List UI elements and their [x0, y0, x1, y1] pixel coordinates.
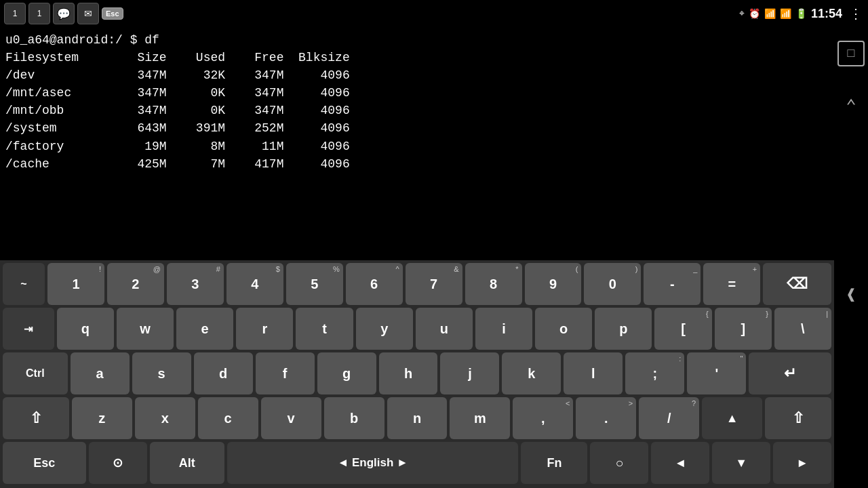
key-8[interactable]: *8	[465, 263, 522, 305]
key-u[interactable]: u	[416, 308, 473, 350]
key-b[interactable]: b	[324, 397, 384, 439]
key-h[interactable]: h	[379, 352, 438, 394]
key-k[interactable]: k	[502, 352, 561, 394]
key-0[interactable]: )0	[584, 263, 641, 305]
down-nav-btn[interactable]: ❰	[837, 282, 865, 308]
key-fn[interactable]: Fn	[521, 442, 587, 484]
terminal-output[interactable]: u0_a64@android:/ $ df Filesystem Size Us…	[0, 27, 834, 200]
key-5[interactable]: %5	[286, 263, 343, 305]
key-t[interactable]: t	[296, 308, 353, 350]
term-line-3: /mnt/asec 347M 0K 347M 4096	[5, 84, 829, 102]
key-alt[interactable]: Alt	[150, 442, 224, 484]
key-a[interactable]: a	[71, 352, 130, 394]
keyboard[interactable]: ~ !1 @2 #3 $4 %5 ^6 &7 *8 (9 )0 _- += ⌫ …	[0, 260, 834, 488]
term-line-4: /mnt/obb 347M 0K 347M 4096	[5, 102, 829, 119]
key-backslash[interactable]: |\	[774, 308, 831, 350]
key-z[interactable]: z	[72, 397, 132, 439]
key-tilde[interactable]: ~	[3, 263, 45, 305]
key-c[interactable]: c	[198, 397, 258, 439]
key-m[interactable]: m	[450, 397, 510, 439]
key-3[interactable]: #3	[167, 263, 224, 305]
key-backspace[interactable]: ⌫	[763, 263, 831, 305]
key-right[interactable]: ►	[773, 442, 831, 484]
notif-icon-1: 1	[4, 3, 26, 24]
key-p[interactable]: p	[595, 308, 652, 350]
key-i[interactable]: i	[475, 308, 532, 350]
key-home-circle[interactable]: ○	[590, 442, 648, 484]
key-r[interactable]: r	[236, 308, 293, 350]
wifi-icon: 📶	[764, 8, 776, 20]
signal-icon: 📶	[780, 8, 791, 20]
term-line-5: /system 643M 391M 252M 4096	[5, 119, 829, 137]
key-j[interactable]: j	[440, 352, 499, 394]
key-4[interactable]: $4	[226, 263, 283, 305]
key-o[interactable]: o	[535, 308, 592, 350]
key-w[interactable]: w	[117, 308, 174, 350]
key-language[interactable]: ◄ English ►	[227, 442, 518, 484]
key-1[interactable]: !1	[47, 263, 104, 305]
term-line-6: /factory 19M 8M 11M 4096	[5, 138, 829, 155]
key-enter[interactable]: ↵	[749, 352, 831, 394]
term-line-2: /dev 347M 32K 347M 4096	[5, 66, 829, 84]
key-g[interactable]: g	[317, 352, 376, 394]
key-l[interactable]: l	[564, 352, 623, 394]
square-nav-btn[interactable]: □	[837, 41, 865, 66]
key-down[interactable]: ▼	[712, 442, 770, 484]
term-line-7: /cache 425M 7M 417M 4096	[5, 155, 829, 173]
key-comma[interactable]: <,	[513, 397, 573, 439]
home-nav-btn[interactable]: ⌃	[837, 94, 865, 119]
notif-icon-chat: 💬	[53, 3, 75, 24]
term-line-1: Filesystem Size Used Free Blksize	[5, 49, 829, 66]
term-line-0: u0_a64@android:/ $ df	[5, 31, 829, 49]
key-up[interactable]: ▲	[702, 397, 762, 439]
alarm-icon: ⏰	[749, 8, 760, 20]
key-bracket-left[interactable]: {[	[654, 308, 711, 350]
keyboard-row-numbers: ~ !1 @2 #3 $4 %5 ^6 &7 *8 (9 )0 _- += ⌫	[3, 263, 831, 305]
keyboard-row-qwerty: ⇥ q w e r t y u i o p {[ }] |\	[3, 308, 831, 350]
status-time: 11:54	[811, 7, 842, 21]
key-v[interactable]: v	[261, 397, 321, 439]
key-period[interactable]: >.	[576, 397, 636, 439]
key-left[interactable]: ◄	[651, 442, 709, 484]
key-e[interactable]: e	[176, 308, 233, 350]
key-x[interactable]: x	[135, 397, 195, 439]
key-f[interactable]: f	[256, 352, 315, 394]
keyboard-row-asdf: Ctrl a s d f g h j k l :; "' ↵	[3, 352, 831, 394]
key-quote[interactable]: "'	[687, 352, 746, 394]
key-7[interactable]: &7	[406, 263, 462, 305]
key-shift-right[interactable]: ⇧	[765, 397, 831, 439]
keyboard-row-zxcv: ⇧ z x c v b n m <, >. ?/ ▲ ⇧	[3, 397, 831, 439]
key-semicolon[interactable]: :;	[625, 352, 684, 394]
key-equals[interactable]: +=	[703, 263, 760, 305]
key-shift-left[interactable]: ⇧	[3, 397, 69, 439]
key-minus[interactable]: _-	[644, 263, 701, 305]
keyboard-row-bottom: Esc ⊙ Alt ◄ English ► Fn ○ ◄ ▼ ►	[3, 442, 831, 484]
notif-icon-2: 1	[28, 3, 50, 24]
bluetooth-icon: ⌖	[739, 8, 745, 19]
battery-icon: 🔋	[795, 8, 807, 20]
notif-icon-mail: ✉	[77, 3, 99, 24]
key-s[interactable]: s	[132, 352, 191, 394]
key-2[interactable]: @2	[107, 263, 164, 305]
key-d[interactable]: d	[194, 352, 253, 394]
key-q[interactable]: q	[57, 308, 114, 350]
key-9[interactable]: (9	[525, 263, 582, 305]
key-6[interactable]: ^6	[346, 263, 403, 305]
key-ctrl[interactable]: Ctrl	[3, 352, 68, 394]
menu-dots-icon[interactable]: ⋮	[849, 5, 863, 22]
key-esc[interactable]: Esc	[3, 442, 86, 484]
key-bracket-right[interactable]: }]	[715, 308, 772, 350]
status-bar: ⌖ ⏰ 📶 📶 🔋 11:54 ⋮	[732, 0, 868, 27]
notif-esc-icon: Esc	[102, 7, 123, 20]
key-y[interactable]: y	[356, 308, 413, 350]
key-slash[interactable]: ?/	[639, 397, 699, 439]
side-nav: □ ⌃ ❰	[834, 27, 868, 308]
key-n[interactable]: n	[387, 397, 448, 439]
key-settings-circle[interactable]: ⊙	[89, 442, 147, 484]
notification-bar: 1 1 💬 ✉ Esc	[0, 0, 123, 27]
key-tab[interactable]: ⇥	[3, 308, 54, 350]
